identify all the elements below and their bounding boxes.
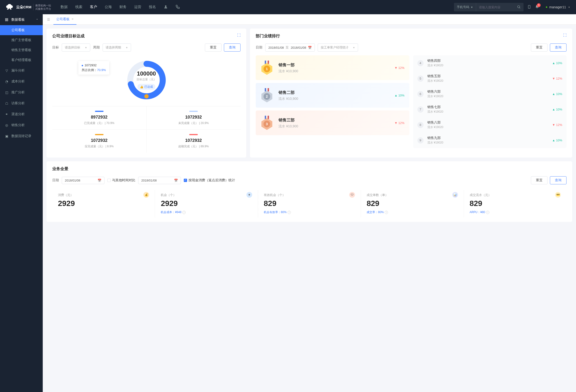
date-input-1[interactable]: 2018/01/08📅 bbox=[62, 177, 105, 184]
biz-card: 💰消费（元）2929 bbox=[52, 190, 155, 217]
sidebar-item-cost[interactable]: ◔成本分析 bbox=[0, 76, 43, 87]
sidebar-item-funnel[interactable]: ▽漏斗分析 bbox=[0, 65, 43, 76]
topnav-enroll[interactable]: 报名 bbox=[149, 5, 156, 10]
topnav-customer[interactable]: 客户 bbox=[90, 5, 97, 10]
topnav-finance[interactable]: 财务 bbox=[119, 5, 127, 10]
query-button[interactable]: 查询 bbox=[550, 176, 567, 184]
search-button[interactable] bbox=[514, 5, 523, 9]
rank-row[interactable]: 6销售六部流水 ¥19020▲ 10% bbox=[413, 86, 567, 102]
rank-item[interactable]: 1销售一部流水 ¥10,900▼ 12% bbox=[256, 55, 409, 80]
donut-label: 目标总量（元） bbox=[137, 77, 156, 82]
sidebar: 数据看板 ⌃ 公司看板 推广主管看板 销售主管看板 客户经理看板 ▽漏斗分析 ◔… bbox=[0, 14, 43, 392]
topnav-ops[interactable]: 运营 bbox=[134, 5, 141, 10]
select-statby[interactable]: 按工单客户经理统计▼ bbox=[318, 43, 358, 52]
rank-row[interactable]: 7销售七部流水 ¥19020▲ 10% bbox=[413, 102, 567, 117]
phone-icon[interactable] bbox=[175, 5, 180, 10]
main: ☰ 公司看板 ✕ 公司业绩目标达成 ⛶ 目标 请选择目标▼ 周期 请选择周期▼ bbox=[43, 14, 576, 392]
brand-name: 云朵CRM bbox=[16, 5, 31, 9]
help-icon[interactable]: ? bbox=[486, 211, 489, 214]
rank-row[interactable]: 8销售八部流水 ¥19020▼ 12% bbox=[413, 117, 567, 133]
funnel-icon: ▽ bbox=[5, 69, 8, 72]
stats-grid: 8972932已完成量（元） | 70.9%1072932未完成量（元） | 2… bbox=[52, 106, 240, 153]
rank-row[interactable]: 9销售九部流水 ¥19020▲ 10% bbox=[413, 133, 567, 148]
visitor-icon: ☖ bbox=[5, 101, 8, 105]
rank-row[interactable]: 4销售四部流水 ¥19020▲ 10% bbox=[413, 55, 567, 71]
rank-item[interactable]: 2销售二部流水 ¥10,900▲ 10% bbox=[256, 83, 409, 108]
biz-card: 💳成交流水（元）829ARPU：¥80 ? bbox=[464, 190, 567, 217]
svg-rect-5 bbox=[7, 19, 8, 20]
medal-icon: 3 bbox=[260, 116, 273, 130]
query-button[interactable]: 查询 bbox=[550, 43, 567, 52]
mobile-icon[interactable] bbox=[527, 4, 531, 10]
search-type-select[interactable]: 手机号码▼ bbox=[454, 3, 476, 11]
user-menu[interactable]: manager11 ▼ bbox=[546, 5, 570, 9]
sidebar-item-company[interactable]: 公司看板 bbox=[0, 25, 43, 35]
topnav-leads[interactable]: 线索 bbox=[75, 5, 82, 10]
select-period[interactable]: 请选择周期▼ bbox=[103, 43, 131, 52]
topnav-data[interactable]: 数据 bbox=[60, 5, 68, 10]
svg-rect-21 bbox=[265, 116, 266, 119]
svg-point-1 bbox=[518, 5, 520, 8]
svg-rect-11 bbox=[265, 60, 266, 64]
reset-button[interactable]: 重置 bbox=[531, 43, 547, 52]
label-date: 日期 bbox=[52, 178, 59, 182]
help-icon[interactable]: ? bbox=[182, 211, 186, 214]
sidebar-item-sales-lead[interactable]: 销售主管看板 bbox=[0, 45, 43, 55]
logo[interactable]: 云朵CRM 教育机构一站式服务云平台 bbox=[6, 4, 51, 11]
metric-icon: ✈ bbox=[246, 192, 252, 198]
select-target[interactable]: 请选择目标▼ bbox=[62, 43, 90, 52]
help-icon[interactable]: ? bbox=[385, 211, 388, 214]
cost-icon: ◔ bbox=[5, 80, 8, 83]
metric-icon: 📊 bbox=[452, 192, 458, 198]
sidebar-item-visitor[interactable]: ☖访客分析 bbox=[0, 98, 43, 109]
date-range[interactable]: 2018/01/08 至 2018/01/08 📅 bbox=[265, 43, 315, 52]
svg-rect-7 bbox=[7, 20, 8, 21]
date-input-2[interactable]: 2018/01/08📅 bbox=[138, 177, 181, 184]
svg-point-10 bbox=[144, 94, 149, 98]
topnav-pool[interactable]: 公海 bbox=[105, 5, 112, 10]
reset-button[interactable]: 重置 bbox=[205, 43, 222, 52]
svg-rect-4 bbox=[5, 19, 6, 20]
user-icon[interactable] bbox=[164, 5, 168, 10]
tab-company[interactable]: 公司看板 ✕ bbox=[54, 14, 76, 25]
bell-icon[interactable]: 5 bbox=[535, 5, 539, 10]
card-rank: 部门业绩排行 ⛶ 日期 2018/01/08 至 2018/01/08 📅 按工… bbox=[250, 29, 572, 157]
query-button[interactable]: 查询 bbox=[224, 43, 240, 52]
card-target: 公司业绩目标达成 ⛶ 目标 请选择目标▼ 周期 请选择周期▼ 重置 查询 bbox=[47, 29, 246, 157]
expand-icon[interactable]: ⛶ bbox=[563, 33, 567, 37]
rank-row[interactable]: 5销售五部流水 ¥19020▼ 12% bbox=[413, 71, 567, 86]
sidebar-item-promo-lead[interactable]: 推广主管看板 bbox=[0, 35, 43, 45]
stat-cell: 1072932超额完成（元） | 89.9% bbox=[146, 130, 241, 153]
expand-icon[interactable]: ⛶ bbox=[237, 33, 240, 37]
calendar-icon: 📅 bbox=[174, 179, 178, 182]
sidebar-item-account-mgr[interactable]: 客户经理看板 bbox=[0, 55, 43, 65]
label-date: 日期 bbox=[256, 45, 262, 50]
stat-cell: 1072932未完成量（元） | 20.9% bbox=[146, 106, 241, 130]
search-input[interactable] bbox=[476, 5, 514, 9]
svg-rect-16 bbox=[265, 88, 266, 91]
flow-icon: ▣ bbox=[5, 134, 8, 138]
close-icon[interactable]: ✕ bbox=[71, 18, 74, 21]
label-period: 周期 bbox=[93, 45, 100, 50]
svg-rect-6 bbox=[5, 20, 6, 21]
card-title: 业务全景 bbox=[52, 166, 567, 172]
cash-checkbox[interactable]: 按现金消费（返点后消费）统计 bbox=[184, 178, 235, 182]
svg-text:1: 1 bbox=[266, 67, 268, 71]
sidebar-group-dashboard[interactable]: 数据看板 ⌃ bbox=[0, 14, 43, 25]
sidebar-item-sales[interactable]: ◎销售分析 bbox=[0, 120, 43, 131]
rank-item[interactable]: 3销售三部流水 ¥10,900▼ 12% bbox=[256, 111, 409, 135]
rank-filters: 日期 2018/01/08 至 2018/01/08 📅 按工单客户经理统计▼ … bbox=[256, 43, 567, 52]
compare-checkbox[interactable]: 与其他时间对比 bbox=[107, 178, 135, 182]
sidebar-item-channel[interactable]: ⚭渠道分析 bbox=[0, 109, 43, 120]
calendar-icon: 📅 bbox=[308, 46, 312, 49]
username: manager11 bbox=[549, 5, 566, 9]
help-icon[interactable]: ? bbox=[288, 211, 291, 214]
metric-icon: 💳 bbox=[555, 192, 561, 198]
menu-toggle-icon[interactable]: ☰ bbox=[46, 16, 52, 23]
sidebar-item-flow[interactable]: ▣数据流转记录 bbox=[0, 131, 43, 142]
svg-rect-12 bbox=[268, 60, 269, 64]
sidebar-item-promo[interactable]: ◫推广分析 bbox=[0, 87, 43, 98]
biz-card: 🛡有效机会（个）829机会有效率：80% ? bbox=[258, 190, 361, 217]
reset-button[interactable]: 重置 bbox=[531, 176, 547, 184]
biz-card: 📊成交单数（单）829成交率：80% ? bbox=[361, 190, 464, 217]
